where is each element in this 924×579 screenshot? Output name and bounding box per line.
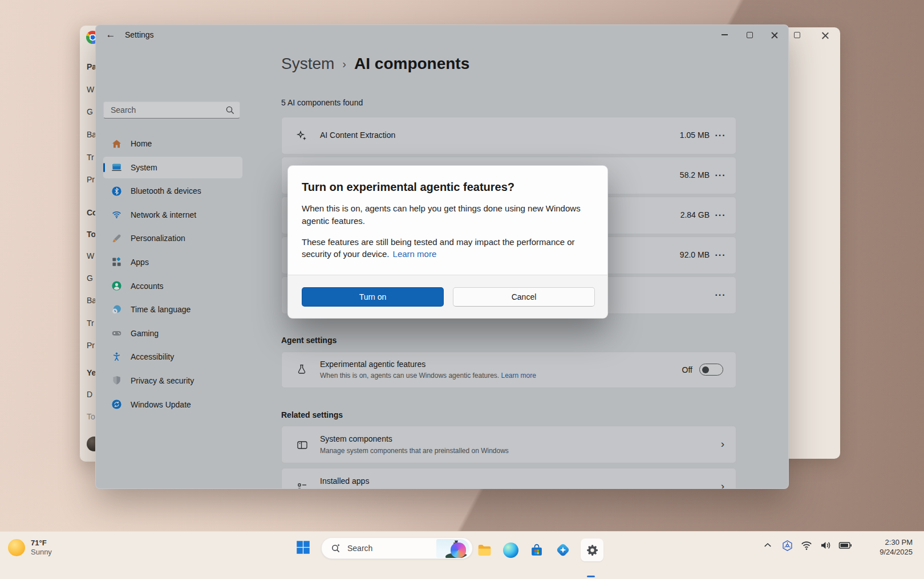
copilot-icon[interactable]: [449, 541, 467, 558]
weather-temp: 71°F: [31, 539, 52, 548]
bg-window-label: W: [87, 251, 94, 260]
bg-window-label: Pr: [87, 341, 95, 350]
tray-battery-icon[interactable]: [838, 539, 852, 552]
bg-window-label: Tr: [87, 153, 94, 162]
close-button[interactable]: [821, 31, 830, 40]
bg-window-label: D: [87, 390, 92, 399]
desktop: { "window": { "title": "Settings", "brea…: [0, 0, 924, 579]
clock[interactable]: 2:30 PM 9/24/2025: [880, 537, 913, 557]
start-button[interactable]: [294, 539, 311, 556]
file-explorer-icon[interactable]: [476, 541, 493, 558]
dialog-title: Turn on experimental agentic features?: [288, 166, 607, 194]
active-app-indicator: [587, 576, 595, 578]
tray-wifi-icon[interactable]: [800, 539, 813, 552]
bg-window-label: W: [87, 85, 94, 94]
bg-window-label: G: [87, 274, 93, 283]
dialog-body-2: These features are still being tested an…: [288, 236, 607, 261]
bg-window-label: Tr: [87, 319, 94, 328]
edge-icon[interactable]: [502, 541, 519, 558]
tray-volume-icon[interactable]: [819, 539, 833, 552]
bg-window-label: To: [87, 230, 96, 239]
agentic-features-dialog: Turn on experimental agentic features? W…: [287, 165, 608, 319]
cancel-button[interactable]: Cancel: [453, 287, 595, 307]
search-placeholder: Search: [347, 544, 372, 553]
learn-more-link[interactable]: Learn more: [393, 249, 437, 259]
search-sparkle-icon: [331, 543, 342, 554]
bg-window-label: Ye: [87, 368, 96, 377]
settings-window: ← Settings Home System Bluetooth & devic…: [95, 25, 789, 489]
bg-window-label: Pr: [87, 175, 95, 184]
weather-widget[interactable]: 71°F Sunny: [8, 539, 52, 557]
dialog-body-1: When this is on, agents can help you get…: [288, 202, 607, 227]
turn-on-button[interactable]: Turn on: [302, 287, 444, 307]
tray-chevron-up-icon[interactable]: [761, 539, 775, 552]
time: 2:30 PM: [880, 537, 913, 547]
microsoft-store-icon[interactable]: [528, 541, 545, 558]
maximize-button[interactable]: [794, 32, 803, 41]
date: 9/24/2025: [880, 547, 913, 557]
dialog-footer: Turn on Cancel: [288, 275, 607, 318]
taskbar: 71°F Sunny Search: [0, 531, 924, 579]
settings-app-icon[interactable]: [581, 539, 603, 561]
gear-icon: [585, 543, 599, 557]
bg-window-label: To: [87, 412, 95, 421]
windows-logo-icon: [295, 540, 311, 555]
dev-diamond-icon[interactable]: [554, 541, 572, 558]
bg-window-label: G: [87, 107, 93, 116]
weather-condition: Sunny: [31, 548, 52, 557]
sun-icon: [8, 539, 25, 556]
tray-hexagon-icon[interactable]: [780, 539, 794, 552]
